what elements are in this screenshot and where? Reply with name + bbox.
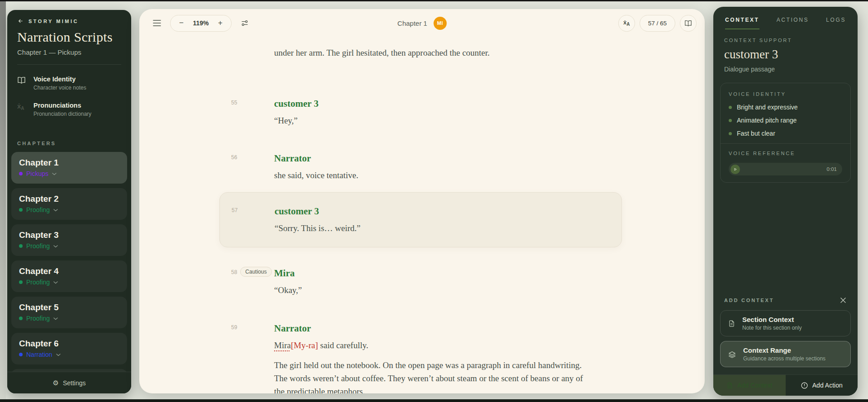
user-avatar[interactable]: MI [433, 17, 446, 30]
context-option-section-context[interactable]: Section ContextNote for this section onl… [720, 310, 851, 336]
nav-item-sublabel: Pronunciation dictionary [33, 111, 91, 117]
mood-badge[interactable]: Cautious [240, 267, 271, 277]
context-option-context-range[interactable]: Context RangeGuidance across multiple se… [720, 341, 851, 367]
script-section-56[interactable]: 56Narratorshe said, voice tentative. [231, 151, 705, 182]
section-text: Mira[My-ra] said carefully. [274, 339, 595, 352]
chapter-name: Chapter 1 [19, 158, 119, 168]
bullet-dot-icon [729, 119, 732, 122]
back-arrow-icon [17, 18, 24, 24]
chevron-down-icon [53, 281, 58, 284]
nav-item-label: Pronunciations [33, 102, 91, 109]
toolbar-center-group: Chapter 1 MI [398, 9, 447, 37]
chapter-item-chapter-1[interactable]: Chapter 1Pickups [11, 152, 127, 184]
document-icon [728, 320, 735, 327]
line-number: 59 [231, 324, 237, 331]
chapter-status[interactable]: Pickups [19, 170, 119, 177]
zoom-in-button[interactable]: + [213, 16, 228, 30]
add-context-button[interactable]: Add Context [713, 375, 786, 396]
chapter-item-chapter-3[interactable]: Chapter 3Proofing [11, 224, 127, 256]
settings-button[interactable]: ⚙ Settings [52, 379, 85, 387]
chapter-name: Chapter 6 [19, 339, 119, 349]
section-text: “Hey,” [274, 114, 595, 128]
sidebar-item-voice-identity[interactable]: Voice IdentityCharacter voice notes [17, 76, 121, 91]
status-dot-icon [19, 353, 23, 356]
context-panel: CONTEXTACTIONSLOGS CONTEXT SUPPORT custo… [713, 7, 858, 396]
chevron-down-icon [56, 354, 61, 356]
chapter-item-chapter-4[interactable]: Chapter 4Proofing [11, 260, 127, 292]
chapter-status[interactable]: Proofing [19, 206, 119, 213]
sidebar-nav: Voice IdentityCharacter voice notesẋAPro… [7, 65, 131, 117]
chapter-name: Chapter 4 [19, 266, 119, 276]
status-dot-icon [19, 172, 23, 175]
script-section-57[interactable]: 57customer 3“Sorry. This is… weird.” [219, 192, 622, 247]
script-reader: − 119% + Chapter 1 MI ẋA 57 / 65 under h… [139, 9, 705, 393]
voice-trait-list: Bright and expressiveAnimated pitch rang… [729, 104, 842, 137]
add-action-button[interactable]: Add Action [786, 375, 858, 396]
play-icon [733, 167, 737, 171]
chapter-item-chapter-6[interactable]: Chapter 6Narration [11, 333, 127, 364]
bullet-dot-icon [729, 132, 732, 135]
chapter-status-label: Proofing [26, 315, 50, 322]
close-button[interactable] [840, 297, 847, 304]
window-top-edge [0, 0, 868, 1]
chapter-status[interactable]: Narration [19, 351, 119, 358]
speaker-name: Narrator [274, 322, 595, 335]
chevron-down-icon [53, 317, 58, 320]
paragraph-text: The girl held out the notebook. On the o… [274, 359, 595, 393]
close-icon [840, 298, 846, 303]
zoom-out-button[interactable]: − [174, 16, 189, 30]
hamburger-icon [153, 20, 161, 26]
section-text: she said, voice tentative. [274, 169, 595, 182]
speaker-name: customer 3 [275, 204, 596, 218]
status-dot-icon [19, 208, 23, 212]
chapter-status-label: Proofing [26, 279, 50, 286]
current-chapter-label: Chapter 1 [398, 19, 427, 27]
script-section-59[interactable]: 59NarratorMira[My-ra] said carefully. [231, 322, 705, 352]
voice-trait: Animated pitch range [729, 117, 842, 124]
sidebar-item-pronunciations[interactable]: ẋAPronunciationsPronunciation dictionary [17, 102, 121, 117]
status-dot-icon [19, 244, 23, 248]
section-progress: 57 / 65 [640, 15, 675, 32]
menu-button[interactable] [151, 18, 163, 28]
nav-item-sublabel: Character voice notes [33, 85, 86, 91]
tab-logs[interactable]: LOGS [826, 17, 846, 29]
sidebar-header: STORY MIMIC Narration Scripts Chapter 1 … [7, 10, 131, 65]
pronunciation-button[interactable]: ẋA [618, 15, 635, 32]
line-number: 55 [231, 99, 237, 106]
paragraph-text: under her arm. The girl hesitated, then … [274, 46, 595, 60]
script-section-55[interactable]: 55customer 3“Hey,” [231, 97, 705, 128]
chapter-item-chapter-5[interactable]: Chapter 5Proofing [11, 297, 127, 328]
sliders-icon [241, 19, 249, 27]
voice-reference-player: 0:01 [729, 163, 842, 175]
bullet-dot-icon [729, 106, 732, 109]
script-paragraph: under her arm. The girl hesitated, then … [231, 46, 705, 60]
alert-circle-icon [801, 382, 808, 389]
voice-identity-card: VOICE IDENTITY Bright and expressiveAnim… [720, 83, 851, 183]
layers-icon [728, 350, 736, 359]
tab-actions[interactable]: ACTIONS [777, 17, 809, 29]
chapter-item-chapter-2[interactable]: Chapter 2Proofing [11, 188, 127, 220]
status-dot-icon [19, 317, 23, 320]
play-button[interactable] [730, 165, 740, 174]
back-link[interactable]: STORY MIMIC [17, 18, 121, 24]
panel-spacer [713, 183, 858, 297]
phonetic-annotation: [My-ra] [291, 341, 318, 350]
tab-context[interactable]: CONTEXT [725, 17, 759, 29]
chapter-status[interactable]: Proofing [19, 315, 119, 322]
option-title: Context Range [743, 346, 825, 354]
book-icon [684, 19, 692, 27]
chapters-section-label: CHAPTERS [7, 128, 131, 146]
zoom-level: 119% [190, 19, 211, 27]
display-settings-button[interactable] [239, 17, 251, 29]
reader-mode-button[interactable] [680, 15, 697, 32]
script-section-58[interactable]: 58CautiousMira“Okay,” [231, 266, 705, 297]
voice-trait-label: Bright and expressive [737, 104, 798, 111]
add-context-header: ADD CONTEXT [713, 297, 858, 310]
add-action-button-label: Add Action [812, 382, 843, 389]
voice-trait: Fast but clear [729, 130, 842, 137]
chapter-status[interactable]: Proofing [19, 279, 119, 286]
toolbar-right-group: ẋA 57 / 65 [618, 15, 697, 32]
chapter-status[interactable]: Proofing [19, 242, 119, 250]
chapter-status-label: Proofing [26, 206, 50, 213]
option-description: Guidance across multiple sections [743, 355, 825, 362]
